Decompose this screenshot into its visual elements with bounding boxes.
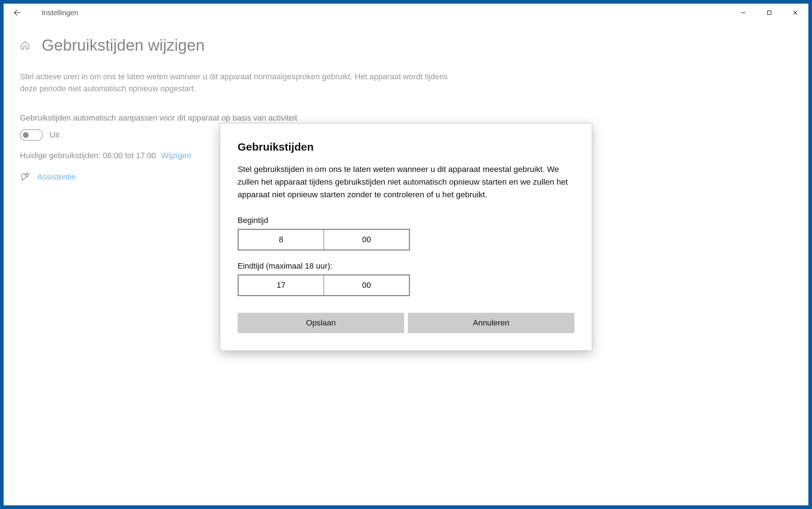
start-minute-cell[interactable]: 00 bbox=[324, 230, 409, 249]
current-hours-text: Huidige gebruikstijden: 08:00 tot 17:00 bbox=[20, 151, 156, 160]
start-time-label: Begintijd bbox=[238, 216, 574, 225]
end-minute-cell[interactable]: 00 bbox=[324, 275, 409, 295]
window-title: Instellingen bbox=[42, 9, 78, 17]
start-hour-cell[interactable]: 8 bbox=[239, 230, 324, 249]
home-icon[interactable] bbox=[20, 40, 30, 50]
save-button[interactable]: Opslaan bbox=[238, 313, 404, 333]
end-time-label: Eindtijd (maximaal 18 uur): bbox=[238, 261, 574, 271]
page-description: Stel actieve uren in om ons te laten wet… bbox=[20, 71, 455, 94]
minimize-button[interactable] bbox=[730, 4, 756, 22]
settings-window: Instellingen Gebruikstijden wijzigen Ste… bbox=[4, 4, 808, 505]
window-controls bbox=[730, 4, 808, 22]
back-button[interactable] bbox=[9, 5, 24, 20]
maximize-icon bbox=[766, 10, 772, 16]
dialog-title: Gebruikstijden bbox=[238, 141, 574, 153]
close-icon bbox=[792, 10, 798, 16]
minimize-icon bbox=[740, 10, 746, 16]
titlebar-left: Instellingen bbox=[9, 5, 78, 20]
assist-link[interactable]: Assistentie bbox=[37, 172, 76, 182]
active-hours-dialog: Gebruikstijden Stel gebruikstijden in om… bbox=[220, 123, 592, 351]
auto-adjust-label: Gebruikstijden automatisch aanpassen voo… bbox=[20, 113, 792, 123]
end-time-picker: 17 00 bbox=[238, 274, 410, 296]
start-time-group: Begintijd 8 00 bbox=[238, 216, 574, 251]
maximize-button[interactable] bbox=[756, 4, 782, 22]
toggle-knob bbox=[23, 132, 29, 138]
close-button[interactable] bbox=[782, 4, 808, 22]
cancel-button[interactable]: Annuleren bbox=[408, 313, 574, 333]
start-time-picker: 8 00 bbox=[238, 229, 410, 251]
toggle-state-label: Uit bbox=[50, 130, 59, 140]
auto-adjust-toggle[interactable] bbox=[20, 129, 43, 141]
end-hour-cell[interactable]: 17 bbox=[239, 275, 324, 295]
dialog-button-row: Opslaan Annuleren bbox=[238, 313, 574, 333]
end-time-group: Eindtijd (maximaal 18 uur): 17 00 bbox=[238, 261, 574, 296]
change-hours-link[interactable]: Wijzigen bbox=[161, 151, 191, 160]
page-title: Gebruikstijden wijzigen bbox=[42, 36, 205, 54]
svg-rect-1 bbox=[767, 11, 771, 14]
titlebar: Instellingen bbox=[4, 4, 808, 22]
dialog-description: Stel gebruikstijden in om ons te laten w… bbox=[238, 163, 574, 201]
help-icon bbox=[20, 172, 30, 182]
back-arrow-icon bbox=[12, 8, 21, 17]
page-header: Gebruikstijden wijzigen bbox=[20, 36, 792, 54]
